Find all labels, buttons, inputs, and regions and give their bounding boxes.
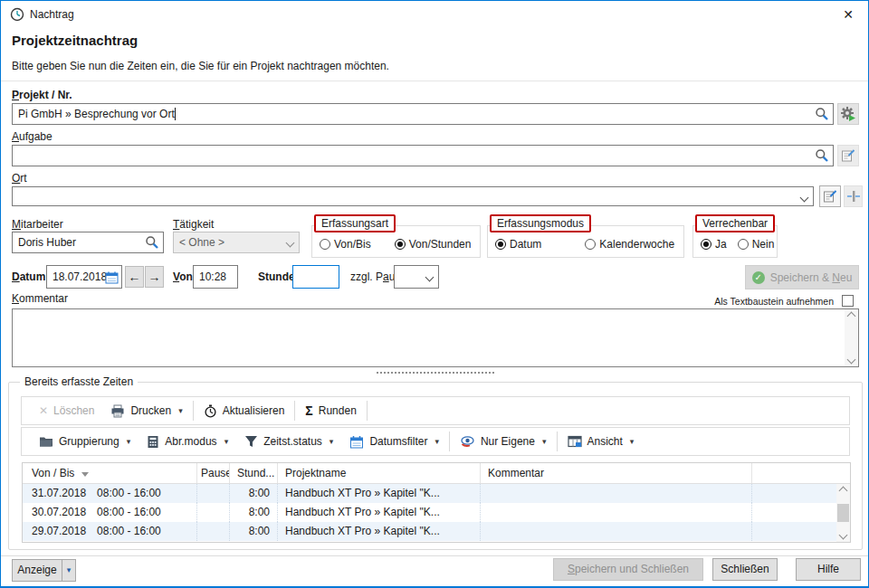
arrow-right-icon: →	[148, 270, 161, 284]
title-bar: Nachtrag ✕	[1, 1, 868, 28]
erfassungsmodus-group: Erfassungsmodus Datum Kalenderwoche	[487, 225, 684, 258]
pause-select[interactable]	[394, 265, 439, 289]
toolbar-separator	[449, 432, 450, 451]
datum-input[interactable]: 18.07.2018	[46, 265, 122, 289]
projekt-action-button[interactable]	[837, 103, 859, 125]
mitarbeiter-label: Mitarbeiter	[12, 218, 63, 231]
resize-handle[interactable]	[377, 372, 494, 374]
scroll-up-icon[interactable]	[847, 312, 856, 321]
toolbar-separator	[193, 401, 194, 421]
col-pause[interactable]: Pause	[197, 463, 230, 483]
mitarbeiter-input[interactable]: Doris Huber	[12, 232, 164, 253]
drucken-button[interactable]: Drucken ▾	[102, 399, 190, 422]
radio-nein[interactable]: Nein	[738, 238, 775, 251]
radio-ja[interactable]: Ja	[701, 238, 727, 251]
search-icon[interactable]	[815, 148, 829, 163]
folder-icon	[39, 435, 53, 448]
calendar-icon[interactable]	[105, 270, 119, 284]
zeitststatus-button[interactable]: Zeitst.status ▾	[236, 430, 341, 453]
table-row[interactable]: 30.07.201808:00 - 16:00 8:00 Handbuch XT…	[23, 503, 850, 522]
ort-label: Ort	[12, 172, 27, 185]
scrollbar-thumb[interactable]	[837, 504, 849, 522]
table-row[interactable]: 29.07.201808:00 - 16:00 8:00 Handbuch XT…	[23, 522, 850, 541]
radio-von-stunden[interactable]: Von/Stunden	[395, 238, 472, 251]
table-scrollbar[interactable]	[836, 484, 850, 542]
caret-down-icon: ▾	[178, 406, 183, 415]
calendar-filter-icon	[349, 435, 364, 449]
projekt-label: Projekt / Nr.	[12, 89, 72, 101]
caret-down-icon: ▾	[542, 437, 547, 446]
kommentar-scrollbar[interactable]	[845, 309, 858, 366]
gear-run-icon	[840, 106, 856, 122]
next-day-button[interactable]: →	[145, 266, 164, 288]
notepad-pencil-icon	[823, 189, 837, 204]
col-kommentar[interactable]: Kommentar	[481, 463, 752, 483]
printer-icon	[110, 404, 125, 418]
toolbar-separator	[367, 401, 368, 421]
scroll-up-icon[interactable]	[839, 487, 848, 496]
prev-day-button[interactable]: ←	[125, 266, 144, 288]
aufgabe-edit-button[interactable]	[837, 145, 859, 166]
hilfe-button[interactable]: Hilfe	[796, 558, 861, 581]
scroll-down-icon[interactable]	[839, 531, 848, 540]
table-row[interactable]: 31.07.201808:00 - 16:00 8:00 Handbuch XT…	[23, 484, 850, 503]
ort-edit-button[interactable]	[819, 185, 841, 207]
aufgabe-label: Aufgabe	[12, 130, 53, 143]
search-icon[interactable]	[145, 235, 159, 250]
header-divider	[1, 81, 868, 81]
projekt-input[interactable]: Pi GmbH » Besprechung vor Ort	[12, 103, 834, 125]
radio-von-bis[interactable]: Von/Bis	[320, 238, 371, 251]
ort-divider-button[interactable]	[844, 185, 863, 207]
kommentar-label: Kommentar	[12, 292, 68, 305]
ort-combobox[interactable]	[12, 186, 814, 206]
radio-icon	[320, 239, 330, 250]
anzeige-dropdown-button[interactable]: ▾	[62, 559, 76, 582]
sigma-icon: Σ	[305, 403, 312, 418]
stunden-input[interactable]	[292, 265, 339, 289]
search-icon[interactable]	[815, 107, 829, 121]
erfassungsmodus-label: Erfassungsmodus	[490, 214, 591, 232]
taetigkeit-select[interactable]: < Ohne >	[173, 232, 300, 253]
scroll-down-icon[interactable]	[847, 356, 856, 365]
textbaustein-label: Als Textbaustein aufnehmen	[714, 296, 834, 307]
ruler-divider-icon	[846, 189, 861, 204]
radio-checked-icon	[701, 239, 711, 250]
aktualisieren-button[interactable]: Aktualisieren	[196, 399, 293, 422]
chevron-down-icon	[286, 239, 295, 248]
speichern-schliessen-button[interactable]: Speichern und Schließen	[553, 558, 703, 581]
check-circle-icon: ✓	[752, 271, 765, 284]
taetigkeit-label: Tätigkeit	[173, 218, 214, 231]
schliessen-button[interactable]: Schließen	[712, 558, 778, 581]
col-empty	[752, 463, 850, 483]
anzeige-button[interactable]: Anzeige	[12, 559, 62, 582]
radio-icon	[585, 239, 596, 250]
caret-down-icon: ▾	[224, 437, 229, 446]
gruppierung-button[interactable]: Gruppierung ▾	[31, 430, 138, 453]
speichern-neu-button[interactable]: ✓ Speichern & Neu	[745, 265, 859, 289]
eye-icon	[460, 435, 475, 448]
col-von-bis[interactable]: Von / Bis	[23, 463, 197, 483]
close-icon[interactable]: ✕	[839, 5, 857, 24]
von-input[interactable]: 10:28	[193, 265, 238, 289]
footer-divider	[1, 555, 868, 556]
radio-kalenderwoche[interactable]: Kalenderwoche	[585, 238, 674, 251]
col-stunden[interactable]: Stund...	[230, 463, 278, 483]
radio-checked-icon	[395, 239, 406, 250]
loeschen-button[interactable]: ✕ Löschen	[31, 399, 102, 422]
runden-button[interactable]: Σ Runden	[297, 399, 364, 422]
ansicht-button[interactable]: Ansicht ▾	[559, 430, 643, 453]
col-projektname[interactable]: Projektname	[278, 463, 481, 483]
speichern-neu-label: Speichern & Neu	[770, 271, 853, 284]
filter-funnel-icon	[244, 435, 258, 448]
radio-datum[interactable]: Datum	[495, 238, 541, 251]
von-label: Von	[173, 270, 193, 283]
aufgabe-input[interactable]	[12, 145, 834, 166]
datumsfilter-button[interactable]: Datumsfilter ▾	[341, 430, 447, 453]
abrmodus-button[interactable]: Abr.modus ▾	[138, 430, 236, 453]
textbaustein-checkbox[interactable]	[842, 295, 854, 307]
nureigene-button[interactable]: Nur Eigene ▾	[452, 430, 555, 453]
page-subtitle: Bitte geben Sie nun die Zeiten ein, die …	[12, 60, 389, 72]
verrechenbar-label: Verrechenbar	[695, 214, 775, 232]
toolbar-separator	[557, 432, 558, 451]
kommentar-textarea[interactable]	[12, 308, 859, 367]
